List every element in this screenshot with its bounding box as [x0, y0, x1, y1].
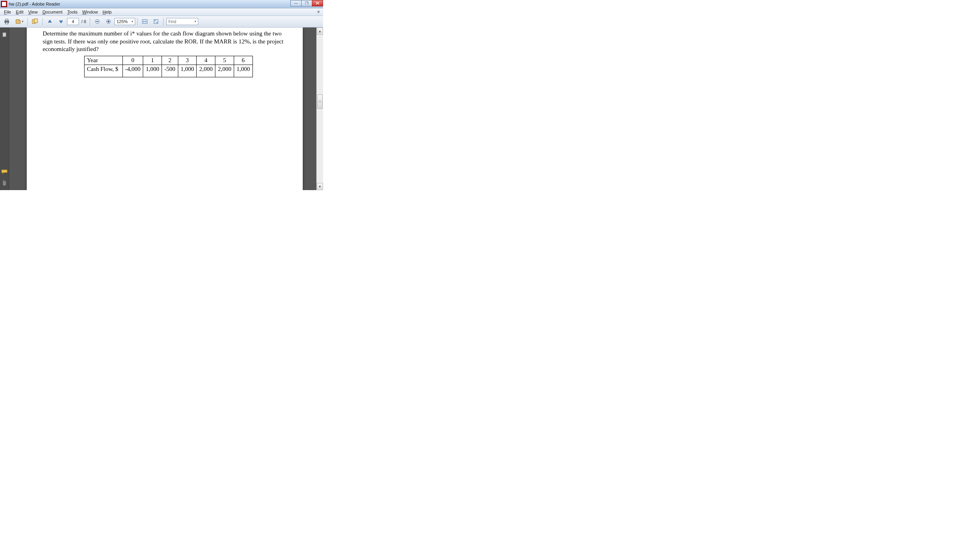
arrow-up-icon [47, 19, 53, 24]
cell-2: -500 [162, 65, 178, 77]
menu-window[interactable]: Window [80, 9, 100, 15]
header-5: 5 [215, 56, 234, 65]
separator [90, 18, 90, 26]
comments-panel-button[interactable] [1, 169, 8, 175]
previous-page-button[interactable] [45, 17, 55, 26]
header-1: 1 [143, 56, 162, 65]
paint-bucket-icon [15, 19, 22, 24]
header-0: 0 [122, 56, 143, 65]
svg-rect-4 [34, 19, 37, 23]
pdf-page: Determine the maximum number of i* value… [27, 28, 303, 190]
cell-6: 1,000 [234, 65, 252, 77]
minus-circle-icon [95, 19, 100, 24]
svg-rect-1 [6, 19, 8, 21]
header-6: 6 [234, 56, 252, 65]
menu-bar: File Edit View Document Tools Window Hel… [0, 8, 323, 16]
svg-rect-8 [154, 20, 158, 24]
find-input[interactable]: Find ▾ [166, 18, 198, 25]
toolbar: ▾ 4 / 8 [0, 16, 323, 28]
menu-help[interactable]: Help [100, 9, 114, 15]
find-placeholder: Find [168, 20, 176, 24]
header-2: 2 [162, 56, 178, 65]
maximize-button[interactable]: ❐ [301, 0, 312, 6]
fit-page-button[interactable] [151, 17, 161, 26]
close-document-button[interactable]: × [315, 9, 321, 15]
navigation-panel [0, 28, 9, 190]
app-window: hw (2).pdf - Adobe Reader — ❐ File Edit … [0, 0, 323, 190]
page-total-label: / 8 [81, 19, 86, 24]
email-button[interactable]: ▾ [13, 17, 26, 26]
minimize-button[interactable]: — [290, 0, 302, 6]
separator [163, 18, 164, 26]
table-data-row: Cash Flow, $ -4,000 1,000 -500 1,000 2,0… [85, 65, 253, 77]
svg-rect-9 [3, 33, 6, 37]
menu-view[interactable]: View [26, 9, 40, 15]
title-bar: hw (2).pdf - Adobe Reader — ❐ [0, 0, 323, 8]
vertical-scrollbar[interactable]: ▲ ▼ [316, 28, 323, 190]
scroll-track[interactable] [317, 35, 323, 183]
menu-edit[interactable]: Edit [14, 9, 26, 15]
header-4: 4 [197, 56, 215, 65]
zoom-select[interactable]: 125% ▾ [114, 18, 135, 25]
fit-width-icon [142, 19, 148, 24]
svg-rect-2 [6, 22, 8, 24]
plus-circle-icon [106, 19, 111, 24]
menu-document[interactable]: Document [40, 9, 65, 15]
header-year: Year [85, 56, 123, 65]
paperclip-icon [2, 180, 7, 186]
window-controls: — ❐ [291, 0, 323, 6]
cell-4: 2,000 [197, 65, 215, 77]
scroll-down-button[interactable]: ▼ [317, 183, 323, 190]
adobe-reader-icon [1, 1, 7, 7]
cell-0: -4,000 [122, 65, 143, 77]
cell-1: 1,000 [143, 65, 162, 77]
page-viewport[interactable]: Determine the maximum number of i* value… [9, 28, 316, 190]
collaborate-button[interactable] [30, 17, 40, 26]
window-title: hw (2).pdf - Adobe Reader [9, 2, 60, 6]
pages-icon [32, 18, 39, 25]
print-button[interactable] [2, 17, 12, 26]
problem-text: Determine the maximum number of i* value… [43, 30, 287, 53]
arrow-down-icon [58, 19, 64, 24]
dropdown-icon: ▾ [22, 20, 24, 23]
dropdown-icon: ▾ [132, 20, 133, 23]
page-content: Determine the maximum number of i* value… [27, 28, 303, 85]
separator [137, 18, 138, 26]
zoom-value: 125% [116, 19, 128, 24]
next-page-button[interactable] [56, 17, 66, 26]
zoom-out-button[interactable] [92, 17, 103, 26]
page-thumbnails-icon [2, 32, 7, 37]
pages-panel-button[interactable] [1, 31, 8, 38]
scroll-thumb[interactable] [317, 94, 323, 109]
cell-3: 1,000 [178, 65, 197, 77]
page-number-input[interactable]: 4 [67, 18, 79, 25]
zoom-in-button[interactable] [103, 17, 114, 26]
attachments-panel-button[interactable] [1, 180, 8, 186]
cash-flow-table: Year 0 1 2 3 4 5 6 Cash Flow, $ -4,000 [84, 56, 253, 78]
printer-icon [4, 18, 10, 25]
scroll-up-button[interactable]: ▲ [317, 28, 323, 35]
speech-bubble-icon [1, 169, 8, 174]
row-label: Cash Flow, $ [85, 65, 123, 77]
header-3: 3 [178, 56, 197, 65]
separator [42, 18, 43, 26]
close-button[interactable] [312, 0, 323, 6]
menu-file[interactable]: File [2, 9, 14, 15]
table-header-row: Year 0 1 2 3 4 5 6 [85, 56, 253, 65]
cell-5: 2,000 [215, 65, 234, 77]
document-area: Determine the maximum number of i* value… [0, 28, 323, 190]
fit-width-button[interactable] [140, 17, 150, 26]
dropdown-icon: ▾ [195, 20, 196, 23]
menu-tools[interactable]: Tools [65, 9, 80, 15]
separator [28, 18, 28, 26]
fit-page-icon [153, 19, 159, 24]
